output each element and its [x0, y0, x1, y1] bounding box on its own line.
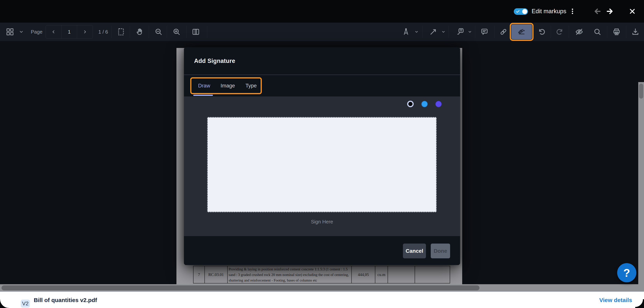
modal-footer: Cancel Done [184, 236, 460, 265]
modal-header: Add Signature [184, 47, 460, 74]
signature-tool-button-active[interactable] [511, 24, 532, 39]
print-button[interactable] [611, 23, 622, 41]
modal-title: Add Signature [194, 58, 235, 64]
download-icon [631, 28, 640, 36]
ink-color-blue[interactable] [421, 101, 428, 107]
vertical-scrollbar-thumb[interactable] [639, 84, 643, 98]
chevron-down-icon [18, 29, 24, 35]
undo-icon [537, 28, 546, 36]
toolbar-divider [475, 26, 475, 38]
search-icon [593, 28, 602, 36]
comment-button[interactable] [478, 23, 490, 41]
prev-page-icon [51, 29, 56, 34]
file-name: Bill of quantities v2.pdf [34, 292, 97, 308]
done-button[interactable]: Done [431, 244, 450, 258]
view-details-link[interactable]: View details [599, 292, 632, 308]
back-arrow-icon [593, 7, 602, 16]
redo-icon [556, 28, 564, 36]
toolbar-divider [130, 26, 130, 38]
toolbar-divider [422, 26, 423, 38]
tab-draw[interactable]: Draw [198, 75, 210, 96]
horizontal-scrollbar[interactable] [0, 284, 644, 292]
search-button[interactable] [592, 23, 603, 41]
forward-button[interactable] [603, 0, 616, 23]
table-cell-amount [415, 266, 450, 283]
link-icon [499, 28, 508, 36]
back-button[interactable] [591, 0, 604, 23]
table-cell-serial: 7 [194, 266, 205, 283]
close-icon [629, 8, 636, 15]
pan-tool-button[interactable] [134, 23, 145, 41]
toolbar-divider [167, 26, 167, 38]
measure-tool-icon [402, 28, 410, 36]
table-cell-description: Providing & laying in position reinforce… [228, 266, 352, 283]
arrow-dropdown[interactable] [440, 23, 447, 41]
zoom-in-button[interactable] [171, 23, 182, 41]
help-icon: ? [623, 266, 630, 279]
horizontal-scrollbar-thumb[interactable] [2, 285, 480, 290]
top-bar: Edit markups [0, 0, 644, 23]
thumbnails-dropdown[interactable] [17, 23, 25, 41]
marquee-select-icon [116, 28, 126, 36]
toolbar-divider [448, 26, 449, 38]
tab-type[interactable]: Type [246, 75, 257, 96]
callout-dropdown[interactable] [466, 23, 474, 41]
two-page-view-icon [192, 28, 200, 36]
hide-markups-icon [574, 27, 584, 36]
page-navigator [46, 25, 93, 38]
signature-icon [516, 26, 527, 38]
arrow-tool-button[interactable] [427, 23, 440, 41]
comment-icon [480, 28, 489, 36]
zoom-in-icon [172, 28, 181, 36]
help-button[interactable]: ? [617, 263, 636, 282]
prev-page-button[interactable] [46, 25, 61, 38]
table-cell-quantity: 444,05 [352, 266, 375, 283]
page-count: 1 / 6 [96, 23, 111, 41]
download-button[interactable] [630, 23, 641, 41]
edit-markups-label: Edit markups [532, 0, 566, 23]
ink-color-picker [407, 101, 442, 107]
signature-draw-canvas[interactable] [207, 117, 437, 212]
next-page-icon [82, 29, 88, 34]
arrow-tool-icon [429, 28, 438, 36]
table-cell-code: RC.03.01 [205, 266, 228, 283]
thumbnails-grid-icon [6, 28, 14, 36]
sign-here-hint: Sign Here [184, 219, 460, 225]
pdf-markup-app: Edit markups Page [0, 0, 644, 308]
version-badge: V2 [21, 300, 30, 308]
print-icon [612, 28, 621, 36]
measure-tool-button[interactable] [400, 23, 412, 41]
pan-hand-icon [135, 28, 144, 36]
toolbar-divider [607, 26, 607, 38]
thumbnails-panel-button[interactable] [4, 23, 16, 41]
ink-color-black-selected[interactable] [407, 101, 414, 107]
tab-image[interactable]: Image [220, 75, 235, 96]
callout-text-icon [456, 27, 465, 36]
callout-text-button[interactable] [454, 23, 467, 41]
marquee-select-button[interactable] [115, 23, 127, 41]
kebab-menu-button[interactable] [566, 0, 579, 23]
toolbar-divider [207, 26, 207, 38]
vertical-scrollbar[interactable] [638, 82, 644, 308]
two-page-view-button[interactable] [190, 23, 202, 41]
close-button[interactable] [626, 0, 639, 23]
undo-button[interactable] [536, 23, 548, 41]
page-number-input[interactable] [62, 25, 77, 38]
table-cell-rate [388, 266, 415, 283]
toolbar: Page 1 / 6 [0, 23, 644, 41]
zoom-out-button[interactable] [153, 23, 164, 41]
next-page-button[interactable] [77, 25, 93, 38]
edit-markups-toggle[interactable] [514, 8, 528, 15]
file-bar: V2 Bill of quantities v2.pdf View detail… [0, 292, 644, 308]
ink-color-purple[interactable] [435, 101, 442, 107]
redo-button[interactable] [554, 23, 566, 41]
add-signature-modal: Add Signature Draw Image Type Sign Here [184, 47, 460, 265]
active-tab-underline [193, 95, 213, 96]
document-viewer: 7 RC.03.01 Providing & laying in positio… [0, 41, 644, 284]
page-number-cell [61, 25, 77, 38]
cancel-button[interactable]: Cancel [403, 244, 426, 258]
measure-dropdown[interactable] [413, 23, 420, 41]
hide-markups-button[interactable] [573, 23, 585, 41]
link-button[interactable] [498, 23, 509, 41]
chevron-down-icon [414, 29, 419, 34]
